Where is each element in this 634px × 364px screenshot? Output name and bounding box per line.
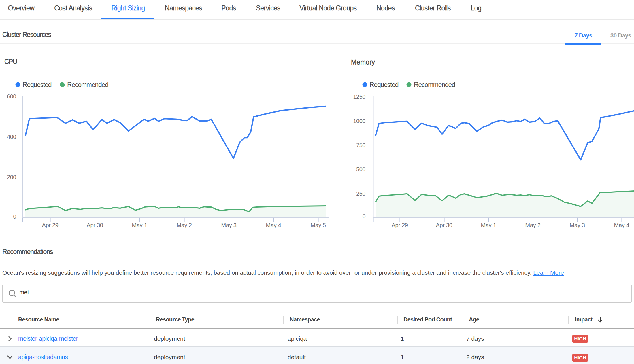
svg-text:0: 0 [13, 213, 16, 220]
svg-text:May 5: May 5 [311, 222, 326, 228]
svg-text:Apr 30: Apr 30 [86, 222, 103, 228]
svg-text:1250: 1250 [353, 94, 366, 100]
svg-text:Recommended: Recommended [414, 81, 455, 88]
svg-text:250: 250 [356, 190, 365, 197]
svg-text:May 1: May 1 [132, 222, 147, 228]
svg-text:0: 0 [362, 213, 365, 219]
svg-text:1000: 1000 [353, 118, 366, 124]
svg-text:Apr 29: Apr 29 [391, 222, 408, 228]
svg-text:May 2: May 2 [525, 222, 541, 228]
svg-text:600: 600 [7, 93, 16, 100]
svg-text:May 4: May 4 [614, 222, 629, 228]
svg-text:Apr 29: Apr 29 [42, 222, 58, 228]
svg-text:400: 400 [7, 134, 16, 140]
svg-text:May 4: May 4 [266, 222, 281, 228]
svg-text:May 1: May 1 [481, 222, 496, 228]
svg-text:May 3: May 3 [570, 222, 585, 228]
svg-text:Apr 30: Apr 30 [436, 222, 452, 228]
svg-text:May 3: May 3 [221, 222, 237, 228]
svg-text:500: 500 [356, 166, 365, 172]
svg-text:May 2: May 2 [177, 222, 192, 228]
svg-text:Requested: Requested [22, 81, 52, 88]
svg-text:Requested: Requested [369, 81, 399, 88]
svg-text:Recommended: Recommended [67, 81, 108, 88]
svg-text:200: 200 [7, 174, 16, 180]
svg-text:750: 750 [356, 142, 365, 148]
